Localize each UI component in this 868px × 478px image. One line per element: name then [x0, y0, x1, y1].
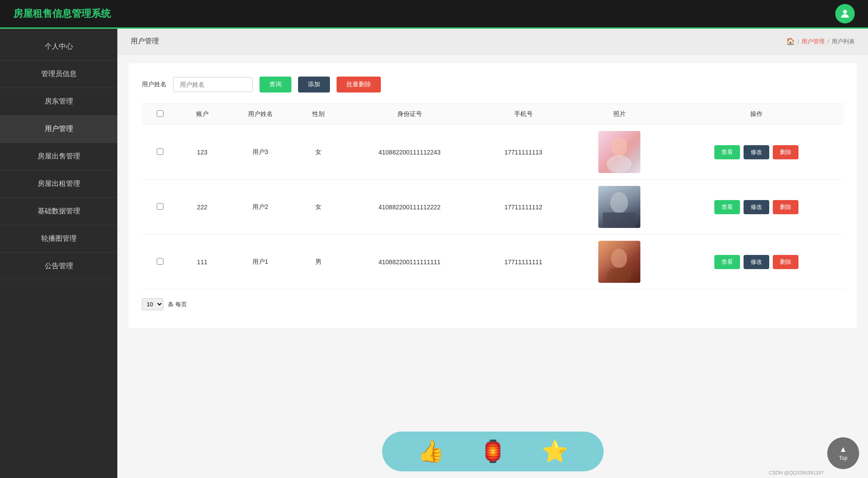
col-account: 账户 — [178, 104, 225, 125]
sidebar-item-sale[interactable]: 房屋出售管理 — [0, 143, 117, 170]
delete-button[interactable]: 删除 — [773, 255, 798, 269]
cell-account: 111 — [178, 235, 225, 289]
table-row: 222 用户2 女 410882200111112222 17711111112 — [142, 180, 844, 235]
star-icon: ⭐ — [542, 439, 568, 464]
col-photo: 照片 — [570, 104, 669, 125]
cell-photo — [570, 125, 669, 180]
cell-actions: 查看 修改 删除 — [669, 235, 844, 289]
search-label: 用户姓名 — [142, 81, 167, 89]
breadcrumb-sep1: / — [798, 38, 799, 45]
page-title: 用户管理 — [131, 37, 159, 46]
cell-idcard: 410882200111112222 — [342, 180, 477, 235]
per-page-select[interactable]: 10 20 50 — [142, 298, 163, 310]
svg-point-0 — [843, 10, 847, 14]
cell-phone: 17711111111 — [477, 235, 570, 289]
cell-account: 123 — [178, 125, 225, 180]
edit-button[interactable]: 修改 — [744, 200, 769, 214]
cell-photo — [570, 180, 669, 235]
thumbs-up-icon: 👍 — [418, 439, 444, 464]
app-title: 房屋租售信息管理系统 — [13, 7, 111, 20]
delete-button[interactable]: 删除 — [773, 145, 798, 159]
view-button[interactable]: 查看 — [714, 145, 740, 159]
col-idcard: 身份证号 — [342, 104, 477, 125]
svg-point-5 — [611, 249, 627, 268]
cell-name: 用户3 — [226, 125, 295, 180]
sidebar-item-rent[interactable]: 房屋出租管理 — [0, 170, 117, 198]
cell-name: 用户2 — [226, 180, 295, 235]
col-gender: 性别 — [295, 104, 342, 125]
sidebar-item-carousel[interactable]: 轮播图管理 — [0, 225, 117, 253]
breadcrumb-home-icon: 🏠 — [786, 37, 795, 46]
table-row: 123 用户3 女 410882200111112243 17711111113 — [142, 125, 844, 180]
user-avatar[interactable] — [835, 4, 855, 23]
pagination-bar: 10 20 50 条 每页 — [142, 289, 844, 315]
view-button[interactable]: 查看 — [714, 255, 740, 269]
cell-idcard: 410882200111111111 — [342, 235, 477, 289]
cell-actions: 查看 修改 删除 — [669, 125, 844, 180]
cell-actions: 查看 修改 删除 — [669, 180, 844, 235]
svg-point-2 — [607, 155, 632, 173]
csdn-watermark: CSDN @QQ3295391197 — [769, 470, 824, 475]
lantern-icon: 🏮 — [480, 439, 506, 464]
svg-point-1 — [611, 137, 627, 157]
cell-photo — [570, 235, 669, 289]
cell-gender: 女 — [295, 180, 342, 235]
col-checkbox — [142, 104, 178, 125]
sidebar-item-personal[interactable]: 个人中心 — [0, 33, 117, 61]
sidebar-item-notice[interactable]: 公告管理 — [0, 253, 117, 280]
search-button[interactable]: 查询 — [260, 77, 291, 93]
row-checkbox[interactable] — [157, 148, 163, 155]
sidebar: 个人中心 管理员信息 房东管理 用户管理 房屋出售管理 房屋出租管理 基础数据管… — [0, 29, 117, 478]
breadcrumb: 🏠 / 用户管理 / 用户列表 — [786, 37, 855, 46]
breadcrumb-current: 用户列表 — [832, 38, 855, 46]
add-button[interactable]: 添加 — [298, 77, 330, 93]
search-bar: 用户姓名 查询 添加 批量删除 — [142, 77, 844, 93]
sidebar-item-landlord[interactable]: 房东管理 — [0, 88, 117, 116]
row-checkbox[interactable] — [157, 203, 163, 210]
breadcrumb-sep2: / — [827, 38, 829, 45]
col-action: 操作 — [669, 104, 844, 125]
cell-gender: 男 — [295, 235, 342, 289]
user-photo — [598, 131, 640, 173]
sidebar-item-admin[interactable]: 管理员信息 — [0, 61, 117, 88]
cell-gender: 女 — [295, 125, 342, 180]
cell-phone: 17711111113 — [477, 125, 570, 180]
edit-button[interactable]: 修改 — [744, 255, 769, 269]
svg-point-3 — [610, 192, 628, 213]
select-all-checkbox[interactable] — [157, 110, 163, 117]
svg-point-6 — [607, 267, 632, 283]
top-arrow-icon: ▲ — [839, 445, 847, 453]
back-to-top-button[interactable]: ▲ Top — [827, 437, 859, 469]
main-content: 用户管理 🏠 / 用户管理 / 用户列表 用户姓名 查询 添加 批量删除 — [117, 29, 868, 478]
cell-account: 222 — [178, 180, 225, 235]
col-name: 用户姓名 — [226, 104, 295, 125]
table-row: 111 用户1 男 410882200111111111 17711111111 — [142, 235, 844, 289]
delete-button[interactable]: 删除 — [773, 200, 798, 214]
view-button[interactable]: 查看 — [714, 200, 740, 214]
edit-button[interactable]: 修改 — [744, 145, 769, 159]
per-page-label: 条 每页 — [168, 301, 187, 308]
cell-idcard: 410882200111112243 — [342, 125, 477, 180]
page-header: 用户管理 🏠 / 用户管理 / 用户列表 — [117, 29, 868, 54]
cell-name: 用户1 — [226, 235, 295, 289]
breadcrumb-user-mgmt[interactable]: 用户管理 — [802, 38, 825, 46]
top-label: Top — [839, 455, 847, 461]
layout: 个人中心 管理员信息 房东管理 用户管理 房屋出售管理 房屋出租管理 基础数据管… — [0, 29, 868, 478]
col-phone: 手机号 — [477, 104, 570, 125]
row-checkbox[interactable] — [157, 258, 163, 265]
content-area: 用户姓名 查询 添加 批量删除 账户 用户姓名 性别 身份证号 手机号 照片 — [128, 63, 857, 328]
header: 房屋租售信息管理系统 — [0, 0, 868, 29]
search-input[interactable] — [173, 77, 253, 92]
banner-pill: 👍 🏮 ⭐ — [382, 432, 604, 471]
bottom-banner: 👍 🏮 ⭐ — [117, 425, 868, 478]
sidebar-item-basedata[interactable]: 基础数据管理 — [0, 198, 117, 225]
svg-rect-4 — [603, 212, 636, 228]
batch-delete-button[interactable]: 批量删除 — [337, 77, 381, 93]
user-table: 账户 用户姓名 性别 身份证号 手机号 照片 操作 123 用户3 — [142, 104, 844, 289]
sidebar-item-users[interactable]: 用户管理 — [0, 116, 117, 143]
cell-phone: 17711111112 — [477, 180, 570, 235]
